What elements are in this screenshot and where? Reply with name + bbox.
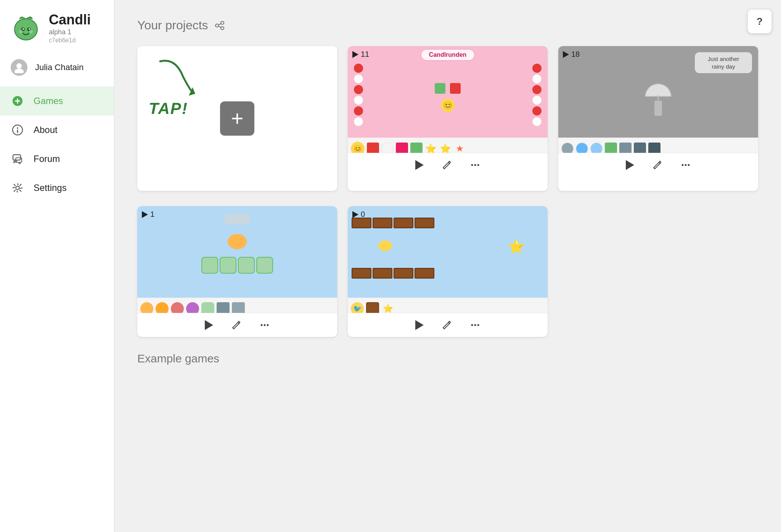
water-cloud — [224, 214, 251, 224]
rain-play-button[interactable] — [626, 160, 634, 170]
svg-point-28 — [682, 164, 684, 166]
sidebar-item-games[interactable]: Games — [0, 87, 114, 115]
pencil-icon — [442, 320, 452, 330]
svg-point-36 — [477, 324, 479, 326]
water-more-button[interactable] — [260, 320, 270, 330]
water-play-button[interactable] — [205, 320, 213, 330]
svg-point-6 — [29, 30, 33, 34]
candy-play-button[interactable] — [415, 160, 424, 170]
new-project-card[interactable]: TAP! + — [137, 46, 337, 191]
play-icon — [205, 320, 213, 330]
svg-point-8 — [16, 63, 22, 69]
sidebar-item-forum[interactable]: Forum — [0, 144, 114, 173]
platform-edit-button[interactable] — [442, 320, 452, 330]
platform-card-actions — [348, 313, 548, 337]
more-dots-icon — [470, 160, 480, 170]
sidebar-item-settings[interactable]: Settings — [0, 173, 114, 202]
play-triangle-icon — [563, 51, 569, 58]
about-icon — [11, 123, 24, 137]
add-project-button[interactable]: + — [220, 101, 254, 136]
candy-game-image: 11 Candlrunden — [348, 46, 548, 153]
empty-grid-cell — [558, 206, 758, 337]
water-edit-button[interactable] — [231, 320, 241, 330]
svg-point-31 — [261, 324, 263, 326]
forum-icon — [11, 152, 24, 166]
help-label: ? — [757, 16, 763, 27]
platform-sprite-strip: 🐦 ⭐ — [348, 298, 548, 313]
svg-point-29 — [685, 164, 687, 166]
svg-rect-15 — [17, 130, 18, 133]
svg-line-22 — [218, 24, 220, 25]
sidebar: Candli alpha 1 c7eb6e1d Julia Chatain Ga… — [0, 0, 114, 532]
app-info: Candli alpha 1 c7eb6e1d — [49, 12, 91, 44]
svg-point-26 — [474, 164, 476, 166]
candy-left-pillar — [354, 64, 363, 126]
water-game-image: 1 — [137, 206, 337, 313]
platform-play-count: 0 — [352, 210, 365, 219]
water-platforms — [201, 257, 273, 274]
tap-arrow — [153, 54, 221, 103]
pencil-icon — [652, 160, 662, 170]
more-dots-icon — [260, 320, 270, 330]
project-card-water[interactable]: 1 — [137, 206, 337, 337]
svg-point-14 — [17, 127, 18, 129]
svg-point-3 — [22, 28, 24, 30]
rain-edit-button[interactable] — [652, 160, 662, 170]
svg-point-18 — [16, 186, 19, 189]
tap-annotation: TAP! — [145, 61, 188, 118]
play-icon — [626, 160, 634, 170]
candy-center: 😊 — [366, 72, 529, 112]
platform-bottom-bricks — [352, 268, 434, 279]
candy-card-actions — [348, 153, 548, 177]
water-play-count: 1 — [142, 210, 154, 219]
candy-play-count: 11 — [352, 50, 369, 59]
help-button[interactable]: ? — [747, 9, 772, 34]
water-card-actions — [137, 313, 337, 337]
settings-icon — [11, 181, 24, 195]
project-card-rain[interactable]: 18 Just another rainy day — [558, 46, 758, 191]
share-icon[interactable] — [214, 20, 225, 31]
app-id: c7eb6e1d — [49, 37, 91, 44]
projects-grid-row2: 1 — [137, 206, 758, 337]
about-nav-label: About — [34, 125, 58, 135]
user-avatar-icon — [11, 59, 27, 76]
svg-point-33 — [267, 324, 269, 326]
sidebar-item-about[interactable]: About — [0, 115, 114, 144]
settings-nav-label: Settings — [34, 183, 67, 193]
platform-bird — [378, 240, 392, 251]
candy-sprite-strip: 😊 ⭐ ⭐ ★ — [348, 138, 548, 153]
rain-speech-bubble: Just another rainy day — [695, 52, 752, 73]
projects-title-text: Your projects — [137, 18, 208, 32]
rain-more-button[interactable] — [681, 160, 691, 170]
rain-character — [645, 83, 672, 116]
forum-nav-label: Forum — [34, 154, 60, 164]
svg-point-4 — [29, 28, 30, 30]
water-sprite-strip — [137, 298, 337, 313]
candy-title: Candlrunden — [421, 49, 475, 61]
svg-point-19 — [221, 21, 224, 24]
games-icon — [11, 94, 24, 108]
project-card-candy[interactable]: 11 Candlrunden — [348, 46, 548, 191]
projects-grid: TAP! + 11 Candlrunden — [137, 46, 758, 191]
svg-point-27 — [477, 164, 479, 166]
more-dots-icon — [681, 160, 691, 170]
rain-card-actions — [558, 153, 758, 177]
example-games-title: Example games — [137, 352, 758, 365]
rain-play-count: 18 — [563, 50, 580, 59]
svg-point-5 — [19, 30, 23, 34]
svg-point-32 — [264, 324, 266, 326]
projects-section-title: Your projects — [137, 18, 758, 32]
svg-point-20 — [215, 24, 219, 27]
games-nav-label: Games — [34, 96, 63, 106]
play-triangle-icon — [352, 51, 358, 58]
rain-game-image: 18 Just another rainy day — [558, 46, 758, 153]
project-card-platform[interactable]: 0 ⭐ — [348, 206, 548, 337]
platform-play-button[interactable] — [415, 320, 424, 330]
app-logo — [11, 13, 41, 43]
candy-more-button[interactable] — [470, 160, 480, 170]
pencil-icon — [231, 320, 241, 330]
main-content: Your projects TAP! + — [114, 0, 781, 532]
candy-edit-button[interactable] — [442, 160, 452, 170]
platform-more-button[interactable] — [470, 320, 480, 330]
svg-point-35 — [474, 324, 476, 326]
